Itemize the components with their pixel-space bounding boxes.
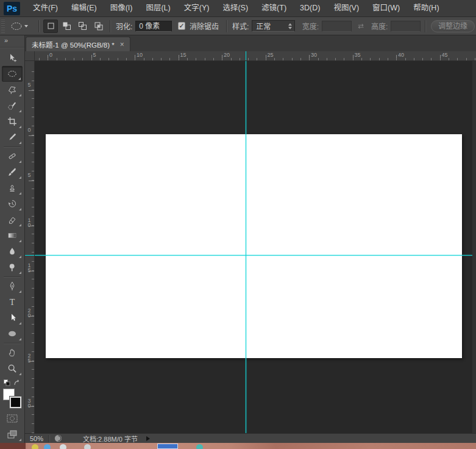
status-bar: 50% 文档:2.88M/0 字节 [25, 433, 476, 443]
flyout-triangle-icon [18, 77, 21, 80]
swap-width-height-icon[interactable] [357, 23, 365, 30]
hand-icon [7, 348, 17, 357]
new-selection-icon [46, 21, 55, 31]
flyout-triangle-icon [19, 271, 21, 274]
menu-item-6[interactable]: 选择(S) [216, 0, 255, 16]
style-dropdown[interactable]: 正常 [252, 20, 295, 32]
width-input[interactable] [322, 21, 352, 32]
zoom-level-field[interactable]: 50% [25, 435, 49, 442]
v-ruler-label: 5 [26, 82, 32, 87]
tool-options-bar: 羽化: 0 像素 ✓ 消除锯齿 样式: 正常 宽度: 高度: 调整边缘 [0, 17, 476, 35]
background-color-swatch[interactable] [10, 397, 21, 408]
zoom-tool[interactable] [2, 361, 23, 376]
h-ruler-tick [309, 55, 310, 60]
h-ruler-tick [266, 55, 266, 60]
spot-healing-brush-tool[interactable] [2, 148, 23, 164]
menu-item-3[interactable]: 图像(I) [104, 0, 140, 16]
h-ruler-tick [353, 55, 353, 60]
selection-mode-group [43, 20, 105, 33]
elliptical-marquee-icon [10, 21, 23, 31]
add-to-selection-button[interactable] [59, 20, 74, 33]
quick-mask-button[interactable] [2, 411, 23, 426]
taskbar-icon-blob [44, 444, 51, 449]
svg-text:T: T [10, 298, 15, 307]
v-ruler-tick [29, 226, 34, 226]
ruler-origin-corner[interactable] [25, 51, 35, 61]
screen-mode-button[interactable] [2, 426, 23, 442]
vertical-ruler[interactable]: 5051015202530 [25, 61, 35, 433]
tool-preset-dropdown[interactable] [8, 20, 30, 32]
eraser-tool[interactable] [2, 212, 23, 228]
type-icon: T [7, 297, 17, 307]
menu-item-9[interactable]: 视图(V) [327, 0, 366, 16]
intersect-selection-button[interactable] [91, 20, 105, 33]
horizontal-guide[interactable] [35, 255, 472, 256]
options-bar-grip[interactable] [1, 19, 5, 33]
move-icon [7, 53, 17, 63]
brush-tool[interactable] [2, 164, 23, 180]
new-selection-button[interactable] [43, 20, 58, 33]
menu-item-5[interactable]: 文字(Y) [177, 0, 216, 16]
menu-item-2[interactable]: 编辑(E) [65, 0, 104, 16]
brush-icon [7, 167, 17, 177]
clone-stamp-tool[interactable] [2, 180, 23, 196]
pen-tool[interactable] [2, 278, 23, 294]
path-selection-tool[interactable] [2, 310, 23, 326]
vertical-guide[interactable] [246, 61, 246, 433]
eyedropper-tool[interactable] [2, 129, 23, 145]
status-icon[interactable] [54, 434, 62, 442]
style-value: 正常 [256, 21, 271, 31]
menu-item-1[interactable]: 文件(F) [26, 0, 65, 16]
v-ruler-tick [29, 135, 34, 136]
gradient-tool[interactable] [2, 228, 23, 243]
history-brush-tool[interactable] [2, 196, 23, 212]
subtract-from-selection-button[interactable] [75, 20, 90, 33]
flyout-triangle-icon [19, 290, 21, 293]
menu-item-7[interactable]: 滤镜(T) [255, 0, 293, 16]
flyout-triangle-icon [19, 160, 21, 163]
document-area: 未标题-1 @ 50%(RGB/8) * × 05101520253035404… [25, 35, 476, 443]
document-tab[interactable]: 未标题-1 @ 50%(RGB/8) * × [26, 37, 130, 51]
h-ruler-label: 40 [398, 52, 404, 58]
elliptical-marquee-tool[interactable] [2, 66, 23, 82]
menu-item-11[interactable]: 帮助(H) [407, 0, 446, 16]
type-tool[interactable]: T [2, 294, 23, 310]
ellipse-tool[interactable] [2, 326, 23, 342]
flyout-triangle-icon [19, 192, 21, 195]
gradient-icon [7, 231, 17, 240]
close-tab-icon[interactable]: × [120, 41, 124, 48]
tools-panel-collapse-button[interactable]: » [0, 35, 24, 48]
photoshop-logo-icon: Ps [4, 2, 20, 15]
move-tool[interactable] [2, 50, 23, 66]
crop-tool[interactable] [2, 113, 23, 129]
document-canvas[interactable] [46, 134, 462, 358]
quick-selection-tool[interactable] [2, 98, 23, 113]
taskbar-sliver [0, 443, 476, 449]
antialias-label[interactable]: 消除锯齿 [190, 21, 219, 31]
taskbar-icon-blob [196, 444, 203, 449]
eraser-icon [7, 215, 17, 224]
blur-tool[interactable] [2, 243, 23, 259]
v-ruler-tick [29, 316, 34, 317]
h-ruler-label: 15 [180, 52, 186, 58]
feather-input[interactable]: 0 像素 [135, 21, 171, 32]
flyout-triangle-icon [19, 126, 21, 128]
dodge-tool[interactable] [2, 259, 23, 275]
refine-edge-button[interactable]: 调整边缘 [431, 20, 475, 32]
document-tab-bar: 未标题-1 @ 50%(RGB/8) * × [25, 35, 476, 51]
hand-tool[interactable] [2, 345, 23, 361]
height-input[interactable] [391, 21, 421, 32]
menu-item-10[interactable]: 窗口(W) [366, 0, 407, 16]
menu-item-4[interactable]: 图层(L) [139, 0, 177, 16]
antialias-checkbox[interactable]: ✓ [178, 22, 185, 30]
polygonal-lasso-tool[interactable] [2, 82, 23, 98]
h-ruler-tick [91, 55, 92, 60]
color-mini-controls [2, 378, 23, 387]
menu-item-8[interactable]: 3D(D) [293, 0, 327, 16]
swap-colors-icon[interactable] [13, 379, 21, 386]
h-ruler-label: 35 [355, 52, 361, 58]
horizontal-ruler[interactable]: 051015202530354045 [35, 51, 476, 61]
status-menu-arrow-icon[interactable] [146, 436, 150, 441]
default-colors-icon[interactable] [4, 379, 10, 386]
v-ruler-label: 0 [26, 127, 32, 132]
